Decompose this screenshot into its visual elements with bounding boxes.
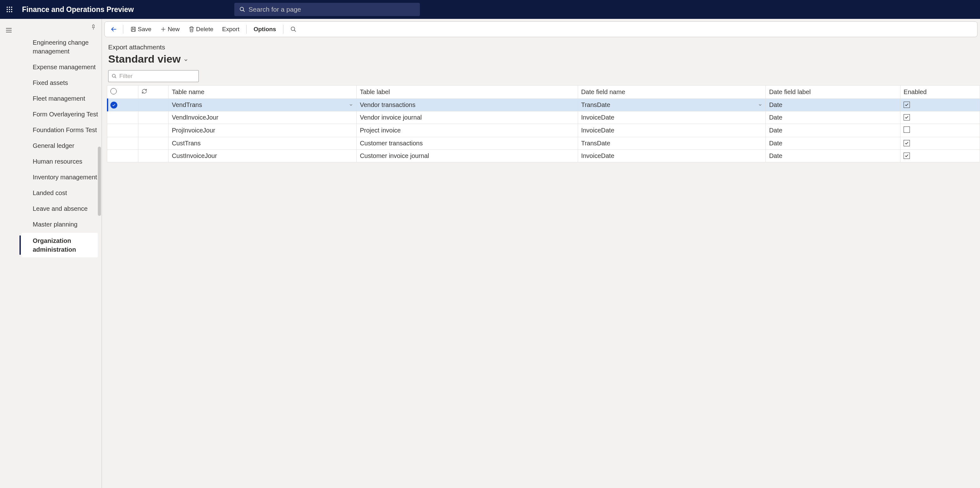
- export-button[interactable]: Export: [219, 24, 242, 35]
- refresh-icon: [142, 88, 147, 94]
- new-button[interactable]: New: [157, 24, 183, 35]
- cell-date-field-name[interactable]: InvoiceDate: [578, 124, 766, 137]
- save-button[interactable]: Save: [127, 24, 154, 35]
- cell-date-field-label[interactable]: Date: [766, 112, 900, 124]
- checkbox[interactable]: [904, 114, 910, 121]
- row-selector[interactable]: [107, 99, 138, 112]
- cell-enabled[interactable]: [900, 137, 980, 150]
- global-search-input[interactable]: [248, 6, 415, 13]
- module-item[interactable]: Expense management: [18, 59, 102, 75]
- nav-rail: [0, 19, 18, 488]
- module-sidebar: Engineering change managementExpense man…: [18, 19, 102, 488]
- row-selector[interactable]: [107, 150, 138, 163]
- column-table-label[interactable]: Table label: [356, 86, 578, 99]
- module-item[interactable]: Master planning: [18, 217, 102, 232]
- table-row[interactable]: CustInvoiceJourCustomer invoice journalI…: [107, 150, 980, 163]
- page-caption: Export attachments: [108, 43, 974, 51]
- svg-point-6: [6, 11, 8, 12]
- checkbox[interactable]: [904, 140, 910, 146]
- row-refresh-cell[interactable]: [138, 124, 169, 137]
- pin-icon[interactable]: [90, 24, 97, 32]
- chevron-down-icon[interactable]: [758, 101, 762, 108]
- row-refresh-cell[interactable]: [138, 137, 169, 150]
- module-item[interactable]: Fleet management: [18, 91, 102, 106]
- cell-date-field-label[interactable]: Date: [766, 124, 900, 137]
- module-item[interactable]: Fixed assets: [18, 75, 102, 91]
- cell-table-name[interactable]: ProjInvoiceJour: [169, 124, 356, 137]
- column-date-field-label[interactable]: Date field label: [766, 86, 900, 99]
- module-item[interactable]: Landed cost: [18, 185, 102, 201]
- svg-point-8: [11, 11, 12, 12]
- module-item[interactable]: Leave and absence: [18, 201, 102, 217]
- row-selector[interactable]: [107, 124, 138, 137]
- cell-table-label[interactable]: Project invoice: [356, 124, 578, 137]
- table-row[interactable]: CustTransCustomer transactionsTransDateD…: [107, 137, 980, 150]
- row-selector[interactable]: [107, 137, 138, 150]
- module-item[interactable]: General ledger: [18, 138, 102, 153]
- grid-header-row: Table name Table label Date field name D…: [107, 86, 980, 99]
- app-launcher-icon[interactable]: [3, 3, 16, 16]
- cell-enabled[interactable]: [900, 124, 980, 137]
- module-item[interactable]: Foundation Forms Test: [18, 122, 102, 138]
- cell-date-field-name[interactable]: TransDate: [578, 99, 766, 112]
- data-grid[interactable]: Table name Table label Date field name D…: [107, 85, 980, 163]
- delete-button[interactable]: Delete: [185, 24, 216, 35]
- row-selector[interactable]: [107, 112, 138, 124]
- checkbox[interactable]: [904, 102, 910, 108]
- global-search[interactable]: [234, 3, 420, 16]
- svg-point-1: [9, 6, 10, 8]
- options-label: Options: [253, 26, 276, 33]
- cell-table-label[interactable]: Customer transactions: [356, 137, 578, 150]
- filter-input[interactable]: [119, 73, 195, 80]
- column-table-name[interactable]: Table name: [169, 86, 356, 99]
- module-item[interactable]: Form Overlayering Test: [18, 106, 102, 122]
- sidebar-scrollbar[interactable]: [98, 147, 101, 216]
- module-item[interactable]: Human resources: [18, 153, 102, 169]
- cell-table-label[interactable]: Vendor transactions: [356, 99, 578, 112]
- cell-date-field-label[interactable]: Date: [766, 150, 900, 163]
- table-row[interactable]: VendInvoiceJourVendor invoice journalInv…: [107, 112, 980, 124]
- content-area: Save New Delete Export Options: [102, 19, 980, 488]
- find-button[interactable]: [287, 24, 300, 34]
- cell-date-field-name[interactable]: TransDate: [578, 137, 766, 150]
- module-item[interactable]: Engineering change management: [18, 35, 102, 59]
- cell-table-label[interactable]: Customer invoice journal: [356, 150, 578, 163]
- checkbox[interactable]: [904, 153, 910, 159]
- hamburger-icon[interactable]: [4, 25, 14, 35]
- select-all-header[interactable]: [107, 86, 138, 99]
- cell-date-field-name[interactable]: InvoiceDate: [578, 112, 766, 124]
- module-item[interactable]: Inventory management: [18, 169, 102, 185]
- table-row[interactable]: VendTransVendor transactionsTransDateDat…: [107, 99, 980, 112]
- row-refresh-cell[interactable]: [138, 112, 169, 124]
- checkbox[interactable]: [904, 126, 910, 133]
- chevron-down-icon: [183, 57, 188, 62]
- cell-table-name[interactable]: CustInvoiceJour: [169, 150, 356, 163]
- svg-point-7: [9, 11, 10, 12]
- module-item[interactable]: Organization administration: [21, 233, 98, 257]
- column-date-field-name[interactable]: Date field name: [578, 86, 766, 99]
- cell-table-name[interactable]: CustTrans: [169, 137, 356, 150]
- back-button[interactable]: [108, 24, 119, 35]
- row-refresh-cell[interactable]: [138, 150, 169, 163]
- cell-table-label[interactable]: Vendor invoice journal: [356, 112, 578, 124]
- cell-date-field-label[interactable]: Date: [766, 99, 900, 112]
- svg-line-10: [243, 10, 245, 12]
- cell-date-field-label[interactable]: Date: [766, 137, 900, 150]
- refresh-column-header[interactable]: [138, 86, 169, 99]
- svg-point-3: [6, 9, 8, 10]
- svg-point-25: [112, 74, 115, 77]
- table-row[interactable]: ProjInvoiceJourProject invoiceInvoiceDat…: [107, 124, 980, 137]
- chevron-down-icon[interactable]: [349, 101, 353, 108]
- cell-table-name[interactable]: VendInvoiceJour: [169, 112, 356, 124]
- cell-enabled[interactable]: [900, 99, 980, 112]
- cell-enabled[interactable]: [900, 112, 980, 124]
- options-button[interactable]: Options: [250, 24, 279, 35]
- cell-date-field-name[interactable]: InvoiceDate: [578, 150, 766, 163]
- row-refresh-cell[interactable]: [138, 99, 169, 112]
- cell-table-name[interactable]: VendTrans: [169, 99, 356, 112]
- quick-filter[interactable]: [108, 70, 199, 82]
- action-pane: Save New Delete Export Options: [104, 21, 977, 37]
- cell-enabled[interactable]: [900, 150, 980, 163]
- view-selector[interactable]: Standard view: [108, 53, 974, 65]
- column-enabled[interactable]: Enabled: [900, 86, 980, 99]
